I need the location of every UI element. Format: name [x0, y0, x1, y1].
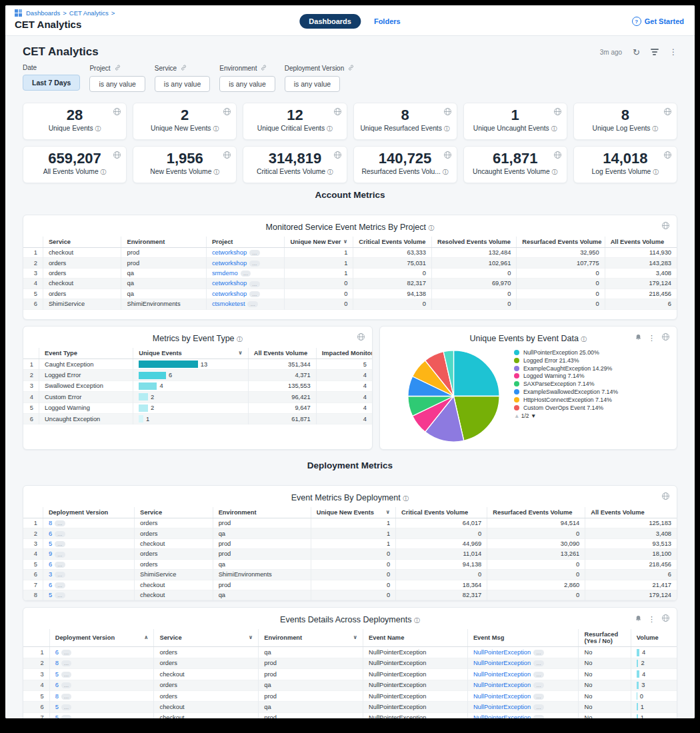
more-actions-pill[interactable]: … [249, 281, 260, 287]
globe-icon[interactable] [113, 150, 121, 162]
more-actions-pill[interactable]: … [533, 650, 544, 656]
column-header[interactable]: Critical Events Volume [396, 507, 487, 518]
more-actions-pill[interactable]: … [241, 271, 251, 277]
more-actions-pill[interactable]: … [249, 291, 260, 297]
more-actions-pill[interactable]: … [55, 541, 65, 547]
drill-link[interactable]: 6 [49, 582, 52, 588]
legend-page-up-icon[interactable]: ▲ [514, 412, 519, 419]
tab-folders[interactable]: Folders [374, 17, 401, 25]
column-header[interactable]: Deployment Version [43, 507, 134, 518]
unique-events-bar[interactable] [139, 372, 166, 379]
info-icon[interactable]: ⓘ [213, 169, 219, 175]
filter-value-chip[interactable]: is any value [89, 76, 145, 92]
drill-link[interactable]: NullPointerException [473, 682, 531, 688]
drill-link[interactable]: 6 [55, 682, 59, 688]
drill-link[interactable]: NullPointerException [473, 671, 531, 678]
column-header[interactable]: All Events Volume [248, 348, 316, 359]
globe-icon[interactable] [113, 107, 121, 119]
legend-page-down-icon[interactable]: ▼ [531, 412, 536, 419]
globe-icon[interactable] [661, 332, 670, 344]
drill-link[interactable]: 5 [55, 714, 59, 718]
legend-item[interactable]: Logged Error 21.43% [514, 357, 647, 365]
more-actions-pill[interactable]: … [249, 250, 260, 256]
more-actions-pill[interactable]: … [61, 704, 72, 710]
column-header[interactable]: Unique Events∨ [133, 348, 249, 359]
unique-events-bar[interactable] [139, 393, 148, 400]
breadcrumb-current[interactable]: CET Analytics [69, 9, 109, 17]
info-icon[interactable]: ⓘ [213, 125, 219, 132]
more-actions-pill[interactable]: … [61, 660, 72, 666]
column-header[interactable]: Critical Events Volume [353, 237, 432, 248]
alert-bell-icon[interactable] [635, 613, 642, 625]
more-actions-pill[interactable]: … [249, 261, 260, 267]
legend-item[interactable]: Custom OverOps Event 7.14% [514, 404, 647, 412]
refresh-icon[interactable]: ↻ [633, 47, 640, 57]
more-actions-pill[interactable]: … [61, 682, 72, 688]
drill-link[interactable]: 5 [55, 671, 59, 678]
info-icon[interactable]: ⓘ [237, 336, 243, 343]
globe-icon[interactable] [333, 150, 342, 162]
drill-link[interactable]: 8 [55, 660, 59, 666]
drill-link[interactable]: 8 [49, 520, 52, 526]
more-actions-pill[interactable]: … [61, 715, 72, 718]
drill-link[interactable]: NullPointerException [473, 704, 531, 710]
column-header[interactable]: Event Type [39, 348, 133, 359]
globe-icon[interactable] [357, 332, 365, 344]
filter-value-chip[interactable]: is any value [285, 76, 340, 92]
drill-link[interactable]: 8 [55, 693, 59, 700]
column-header[interactable]: Service [43, 237, 121, 248]
globe-icon[interactable] [661, 221, 670, 233]
info-icon[interactable]: ⓘ [95, 125, 101, 132]
legend-item[interactable]: HttpHostConnectException 7.14% [514, 396, 647, 404]
column-header[interactable]: Resurfaced Events Volume [517, 237, 605, 248]
more-actions-pill[interactable]: … [61, 694, 72, 700]
globe-icon[interactable] [553, 107, 562, 119]
globe-icon[interactable] [661, 613, 670, 625]
tile-more-menu-icon[interactable]: ⋮ [648, 615, 655, 624]
column-header[interactable]: Event Msg [467, 629, 579, 647]
legend-item[interactable]: SAXParseException 7.14% [514, 380, 647, 388]
column-header[interactable]: Impacted Monitored Services [316, 348, 372, 359]
info-icon[interactable]: ⓘ [653, 169, 659, 175]
unique-events-bar[interactable] [139, 382, 157, 390]
more-actions-pill[interactable]: … [533, 715, 544, 718]
column-header[interactable]: Project [206, 237, 285, 248]
column-header[interactable]: Environment [121, 237, 206, 248]
drill-link[interactable]: cetworkshop [212, 249, 247, 256]
column-header[interactable]: Service∨ [154, 629, 259, 647]
drill-link[interactable]: NullPointerException [473, 649, 531, 656]
column-header[interactable]: Volume [631, 629, 677, 647]
drill-link[interactable]: 9 [49, 550, 52, 557]
legend-item[interactable]: ExampleCaughtException 14.29% [514, 365, 647, 372]
column-header[interactable]: Resolved Events Volume [431, 237, 516, 248]
globe-icon[interactable] [661, 491, 670, 503]
drill-link[interactable]: srmdemo [212, 270, 238, 277]
info-icon[interactable]: ⓘ [101, 169, 107, 175]
more-actions-pill[interactable]: … [55, 562, 65, 568]
column-header[interactable]: All Events Volume [605, 237, 677, 248]
info-icon[interactable]: ⓘ [444, 125, 450, 132]
drill-link[interactable]: 3 [49, 571, 52, 578]
info-icon[interactable]: ⓘ [551, 169, 557, 175]
more-actions-pill[interactable]: … [55, 520, 65, 526]
dashboard-more-menu-icon[interactable]: ⋮ [669, 47, 677, 57]
column-header[interactable]: Deployment Version∧ [49, 629, 154, 647]
more-actions-pill[interactable]: … [533, 694, 544, 700]
column-header[interactable]: Resurfaced Events Volume [487, 507, 585, 518]
more-actions-pill[interactable]: … [533, 704, 544, 710]
column-header[interactable]: Event Name [363, 629, 468, 647]
info-icon[interactable]: ⓘ [443, 169, 449, 175]
filter-value-chip[interactable]: is any value [155, 76, 210, 92]
pie-slice-nullpointerexception[interactable] [453, 351, 499, 396]
drill-link[interactable]: 6 [49, 530, 52, 537]
drill-link[interactable]: NullPointerException [473, 693, 531, 700]
column-header[interactable]: Unique New Events∨ [311, 507, 395, 518]
unique-events-bar[interactable] [139, 404, 148, 412]
more-actions-pill[interactable]: … [533, 682, 544, 688]
drill-link[interactable]: cetworkshop [212, 291, 247, 297]
info-icon[interactable]: ⓘ [652, 125, 658, 132]
drill-link[interactable]: 6 [55, 649, 59, 656]
filter-value-chip[interactable]: Last 7 Days [23, 75, 80, 91]
more-actions-pill[interactable]: … [55, 531, 65, 537]
info-icon[interactable]: ⓘ [327, 169, 333, 175]
